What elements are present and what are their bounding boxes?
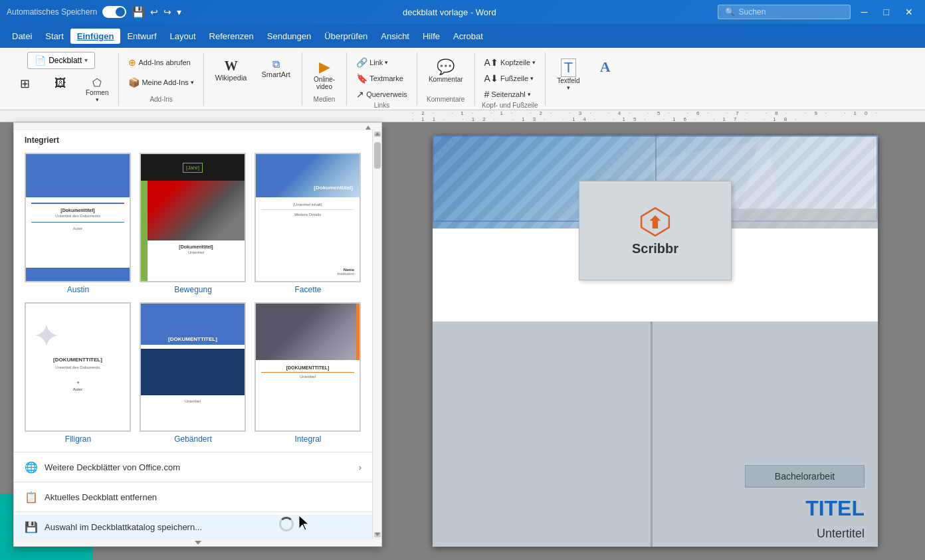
meine-addins-label: Meine Add-Ins xyxy=(142,78,188,86)
table-icon: ⊞ xyxy=(20,76,30,91)
auswahl-speichern-label: Auswahl im Deckblattkatalog speichern... xyxy=(45,522,202,532)
kommentar-label: Kommentar xyxy=(429,76,463,83)
more-icon[interactable]: ▾ xyxy=(177,7,181,17)
autosave-toggle[interactable] xyxy=(102,6,126,18)
austin-label: Austin xyxy=(25,285,132,294)
kopfzeile-button[interactable]: A⬆ Kopfzeile ▾ xyxy=(480,55,540,70)
panel-separator-2 xyxy=(14,482,372,482)
autosave-label: Automatisches Speichern xyxy=(7,7,97,17)
minimize-button[interactable]: ─ xyxy=(856,7,873,17)
section-title: Integriert xyxy=(14,130,372,147)
save-icon[interactable]: 💾 xyxy=(132,6,145,19)
menu-item-entwurf[interactable]: Entwurf xyxy=(120,29,163,44)
menu-item-ansicht[interactable]: Ansicht xyxy=(374,29,416,44)
menu-item-acrobat[interactable]: Acrobat xyxy=(447,29,490,44)
online-video-button[interactable]: ▶ Online-video xyxy=(308,55,341,94)
seitenzahl-arrow: ▾ xyxy=(528,91,531,98)
kommentare-group: 💬 Kommentar Kommentare xyxy=(417,52,475,106)
close-button[interactable]: ✕ xyxy=(900,7,918,17)
scribbr-icon-wrapper xyxy=(639,205,672,238)
auswahl-speichern-item[interactable]: 💾 Auswahl im Deckblattkatalog speichern.… xyxy=(14,515,372,539)
menu-item-sendungen[interactable]: Sendungen xyxy=(260,29,318,44)
seitenzahl-label: Seitenzahl xyxy=(491,90,525,98)
seitenzahl-button[interactable]: # Seitenzahl ▾ xyxy=(480,87,540,102)
wikipedia-button[interactable]: W Wikipedia xyxy=(209,55,253,85)
image-button[interactable]: 🖼 xyxy=(44,73,77,106)
textmarke-icon: 🔖 xyxy=(356,73,367,84)
textfeld-icon: T xyxy=(561,58,576,77)
deckblatt-label: Deckblatt xyxy=(49,56,82,65)
cover-type-text: Bachelorarbeit xyxy=(775,471,835,482)
meine-addins-button[interactable]: 📦 Meine Add-Ins ▾ xyxy=(124,75,197,90)
redo-icon[interactable]: ↪ xyxy=(163,7,171,17)
bewegung-label: Bewegung xyxy=(140,285,247,294)
scroll-thumb[interactable] xyxy=(374,142,381,169)
text-group: T Textfeld ▾ A Scribbr xyxy=(546,52,627,106)
title-bar: Automatisches Speichern 💾 ↩ ↪ ▾ deckblat… xyxy=(0,0,925,24)
template-facette[interactable]: [Dokumenttitel] [Untertitel inhalt] Weit… xyxy=(255,153,361,294)
scribbr-logo-text: Scribbr xyxy=(632,241,678,256)
panel-separator-3 xyxy=(14,512,372,512)
menu-item-referenzen[interactable]: Referenzen xyxy=(203,29,260,44)
addins-abrufen-icon: ⊕ xyxy=(128,57,136,68)
scroll-down-arrow[interactable] xyxy=(195,541,201,545)
menu-item-uberprufen[interactable]: Überprüfen xyxy=(318,29,374,44)
menu-item-einfugen[interactable]: Einfügen xyxy=(70,29,121,44)
template-grid: [Dokumenttitel] Untertitel des Dokuments… xyxy=(14,147,372,449)
cover-logo-box: Scribbr xyxy=(579,181,732,280)
deckblatt-dropdown-arrow: ▾ xyxy=(84,56,88,64)
textfeld-label: Textfeld xyxy=(557,77,579,84)
template-filigran[interactable]: ✦ [DOKUMENTTITEL] Untertitel des Dokumen… xyxy=(25,302,132,444)
cover-title-text: TITEL xyxy=(805,496,865,520)
wor-icon: A xyxy=(600,58,611,76)
search-box[interactable]: 🔍 Suchen xyxy=(718,5,851,19)
textmarke-button[interactable]: 🔖 Textmarke xyxy=(352,71,411,86)
aktuelles-entfernen-label: Aktuelles Deckblatt entfernen xyxy=(45,492,157,502)
link-button[interactable]: 🔗 Link ▾ xyxy=(352,55,411,70)
formen-button[interactable]: ⬠ Formen ▾ xyxy=(80,73,114,106)
kopfzeile-icon: A⬆ xyxy=(484,57,498,68)
scroll-up-arrow[interactable] xyxy=(365,124,371,130)
gebandert-label: Gebändert xyxy=(140,434,247,444)
addins-abrufen-button[interactable]: ⊕ Add-Ins abrufen xyxy=(124,55,194,70)
querverweis-button[interactable]: ↗ Querverweis xyxy=(352,87,411,102)
template-integral[interactable]: [DOKUMENTTITEL] Untertitel Integral xyxy=(255,302,361,444)
online-video-icon: ▶ xyxy=(319,58,330,76)
template-austin[interactable]: [Dokumenttitel] Untertitel des Dokuments… xyxy=(25,153,132,294)
table-button[interactable]: ⊞ xyxy=(8,73,41,106)
panel-scrollbar[interactable] xyxy=(372,130,381,539)
textfeld-button[interactable]: T Textfeld ▾ xyxy=(551,55,585,94)
scroll-up-thumb[interactable] xyxy=(374,132,381,137)
panel-separator-1 xyxy=(14,452,372,452)
cover-title: TITEL xyxy=(805,496,865,521)
formen-label: Formen xyxy=(86,89,108,96)
link-arrow: ▾ xyxy=(385,59,388,66)
template-gebandert[interactable]: [DOKUMENTTITEL] Untertitel Gebändert xyxy=(140,302,247,444)
weitere-deckblatter-item[interactable]: 🌐 Weitere Deckblätter von Office.com › xyxy=(14,455,372,479)
template-bewegung[interactable]: [Jahr] [Dokumenttitel] Untertitel Bewegu… xyxy=(140,153,247,294)
maximize-button[interactable]: □ xyxy=(878,7,894,17)
scroll-down-thumb[interactable] xyxy=(374,532,381,537)
meine-addins-arrow: ▾ xyxy=(191,79,194,86)
fusszeile-arrow: ▾ xyxy=(530,75,534,82)
deckblatt-button[interactable]: 📄 Deckblatt ▾ xyxy=(27,52,95,69)
menu-item-datei[interactable]: Datei xyxy=(5,29,39,44)
cover-bottom-bg: Bachelorarbeit TITEL Untertitel xyxy=(433,322,878,547)
addins-group-title: Add-Ins xyxy=(124,96,197,103)
menu-item-hilfe[interactable]: Hilfe xyxy=(416,29,447,44)
kopf-fusszeile-group-title: Kopf- und Fußzeile xyxy=(480,102,540,109)
kommentar-button[interactable]: 💬 Kommentar xyxy=(423,55,469,86)
links-group-title: Links xyxy=(352,102,411,109)
undo-icon[interactable]: ↩ xyxy=(150,7,158,17)
fusszeile-button[interactable]: A⬇ Fußzeile ▾ xyxy=(480,71,540,86)
cover-subtitle: Untertitel xyxy=(817,527,865,541)
menu-item-layout[interactable]: Layout xyxy=(163,29,203,44)
medien-group-title: Medien xyxy=(308,96,341,103)
wor-button[interactable]: A Scribbr xyxy=(589,55,622,94)
weitere-deckblatter-arrow: › xyxy=(359,462,361,472)
medien-group: ▶ Online-video Medien xyxy=(302,52,347,106)
smartart-button[interactable]: ⧉ SmartArt xyxy=(255,55,296,85)
panel-content: Integriert [Dokumenttitel] Untertitel de… xyxy=(14,130,372,539)
aktuelles-entfernen-item[interactable]: 📋 Aktuelles Deckblatt entfernen xyxy=(14,485,372,509)
menu-item-start[interactable]: Start xyxy=(39,29,70,44)
